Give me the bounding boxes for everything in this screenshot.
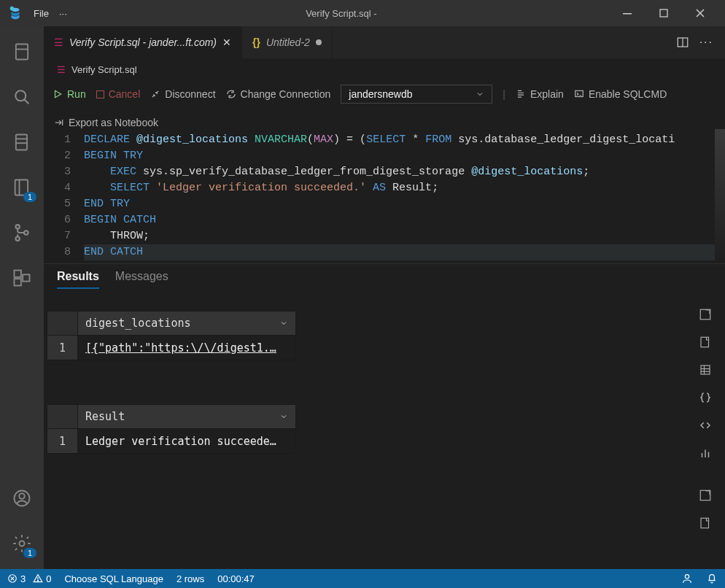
menu-file[interactable]: File bbox=[34, 8, 49, 19]
search-icon[interactable] bbox=[9, 85, 34, 109]
disconnect-label: Disconnect bbox=[165, 88, 215, 100]
explorer-badge: 1 bbox=[23, 192, 36, 202]
explorer-icon[interactable]: 1 bbox=[9, 175, 34, 200]
svg-point-6 bbox=[15, 90, 26, 101]
disconnect-button[interactable]: Disconnect bbox=[150, 88, 215, 100]
svg-point-18 bbox=[19, 493, 24, 498]
export-notebook-button[interactable]: Export as Notebook bbox=[54, 117, 158, 128]
tab-label: Untitled-2 bbox=[266, 36, 310, 48]
svg-point-41 bbox=[38, 580, 39, 581]
window-minimize-icon[interactable] bbox=[616, 1, 639, 25]
run-button[interactable]: Run bbox=[53, 88, 86, 100]
status-errors[interactable]: 3 0 bbox=[7, 573, 51, 584]
svg-rect-27 bbox=[701, 337, 709, 347]
row-number: 1 bbox=[47, 336, 78, 360]
window-title: Verify Script.sql - bbox=[67, 8, 616, 19]
app-logo-icon bbox=[7, 5, 23, 21]
query-action-bar: Run Cancel Disconnect Change Connection … bbox=[44, 80, 725, 128]
change-connection-button[interactable]: Change Connection bbox=[226, 88, 331, 100]
svg-rect-15 bbox=[15, 279, 21, 285]
editor-area: ☰ Verify Script.sql - jander...ft.com) ✕… bbox=[44, 26, 725, 569]
explain-button[interactable]: Explain bbox=[516, 88, 564, 100]
notebooks-icon[interactable] bbox=[9, 130, 34, 155]
chart-icon[interactable] bbox=[699, 446, 712, 460]
svg-rect-26 bbox=[700, 309, 710, 320]
settings-gear-icon[interactable]: 1 bbox=[9, 531, 34, 556]
chevron-down-icon[interactable] bbox=[279, 319, 288, 328]
results-tab[interactable]: Results bbox=[57, 270, 99, 289]
results-grid-2[interactable]: Result 1 Ledger verification succeede… bbox=[47, 404, 296, 454]
messages-tab[interactable]: Messages bbox=[115, 270, 168, 289]
tab-verify-script[interactable]: ☰ Verify Script.sql - jander...ft.com) ✕ bbox=[44, 26, 242, 58]
save-csv-icon[interactable] bbox=[699, 336, 712, 349]
svg-rect-28 bbox=[701, 365, 710, 374]
database-icon: ☰ bbox=[54, 36, 63, 48]
connection-name: jandersnewdb bbox=[349, 88, 412, 100]
tab-untitled-2[interactable]: {} Untitled-2 bbox=[242, 26, 333, 58]
run-label: Run bbox=[67, 88, 86, 100]
database-icon: ☰ bbox=[57, 64, 66, 75]
tab-dirty-icon bbox=[316, 39, 322, 45]
svg-point-19 bbox=[20, 541, 25, 546]
export-notebook-label: Export as Notebook bbox=[69, 117, 158, 128]
cell-value[interactable]: Ledger verification succeede… bbox=[78, 429, 295, 453]
column-header[interactable]: digest_locations bbox=[78, 312, 295, 335]
source-control-icon[interactable] bbox=[9, 220, 34, 245]
extensions-icon[interactable] bbox=[9, 266, 34, 290]
cancel-label: Cancel bbox=[109, 88, 141, 100]
split-editor-icon[interactable] bbox=[676, 36, 689, 49]
table-row[interactable]: 1 [{"path":"https:\/\/digest1.… bbox=[47, 336, 296, 360]
menu-more[interactable]: ··· bbox=[59, 8, 67, 19]
sql-editor[interactable]: 12345678 DECLARE @digest_locations NVARC… bbox=[44, 128, 725, 263]
minimap[interactable] bbox=[715, 129, 725, 263]
status-language[interactable]: Choose SQL Language bbox=[64, 573, 163, 584]
chevron-down-icon bbox=[476, 90, 484, 98]
cell-value[interactable]: [{"path":"https:\/\/digest1.… bbox=[78, 336, 295, 360]
breadcrumb[interactable]: ☰ Verify Script.sql bbox=[44, 58, 725, 80]
enable-sqlcmd-label: Enable SQLCMD bbox=[589, 88, 667, 100]
breadcrumb-label: Verify Script.sql bbox=[71, 64, 137, 75]
more-actions-icon[interactable]: ··· bbox=[699, 36, 713, 49]
column-header[interactable]: Result bbox=[78, 405, 295, 428]
column-header-label: Result bbox=[85, 410, 125, 423]
tab-label: Verify Script.sql - jander...ft.com) bbox=[69, 36, 217, 48]
settings-badge: 1 bbox=[23, 548, 36, 558]
results-grid-1[interactable]: digest_locations 1 [{"path":"https:\/\/d… bbox=[47, 311, 296, 360]
connection-select[interactable]: jandersnewdb bbox=[341, 85, 492, 104]
status-elapsed: 00:00:47 bbox=[217, 573, 255, 584]
status-errors-count: 3 bbox=[20, 573, 26, 584]
stop-icon bbox=[96, 90, 104, 98]
svg-point-11 bbox=[15, 225, 19, 228]
editor-code[interactable]: DECLARE @digest_locations NVARCHAR(MAX) … bbox=[84, 129, 725, 263]
window-close-icon[interactable] bbox=[689, 1, 712, 25]
row-number: 1 bbox=[47, 429, 78, 453]
save-excel-icon[interactable] bbox=[699, 363, 712, 376]
window-maximize-icon[interactable] bbox=[652, 1, 675, 25]
svg-point-12 bbox=[15, 236, 19, 240]
account-icon[interactable] bbox=[9, 486, 34, 511]
svg-point-1 bbox=[10, 7, 15, 11]
chevron-down-icon[interactable] bbox=[279, 412, 288, 421]
save-json-icon[interactable] bbox=[699, 391, 712, 404]
results-pane: Results Messages digest_locations bbox=[44, 263, 725, 569]
status-feedback-icon[interactable] bbox=[681, 573, 693, 584]
cancel-button[interactable]: Cancel bbox=[96, 88, 141, 100]
status-bell-icon[interactable] bbox=[706, 573, 718, 584]
servers-icon[interactable] bbox=[9, 39, 34, 64]
explain-label: Explain bbox=[530, 88, 564, 100]
title-bar: File ··· Verify Script.sql - bbox=[0, 0, 725, 26]
tab-close-icon[interactable]: ✕ bbox=[222, 36, 231, 48]
status-warnings-count: 0 bbox=[46, 573, 51, 584]
svg-point-13 bbox=[24, 231, 28, 234]
editor-tabs: ☰ Verify Script.sql - jander...ft.com) ✕… bbox=[44, 26, 725, 58]
save-csv-icon[interactable] bbox=[699, 517, 712, 530]
maximize-grid-icon[interactable] bbox=[699, 308, 712, 321]
table-row[interactable]: 1 Ledger verification succeede… bbox=[47, 429, 296, 454]
save-xml-icon[interactable] bbox=[699, 419, 712, 432]
status-bar: 3 0 Choose SQL Language 2 rows 00:00:47 bbox=[0, 569, 725, 588]
results-side-actions bbox=[691, 293, 719, 569]
change-connection-label: Change Connection bbox=[241, 88, 331, 100]
maximize-grid-icon[interactable] bbox=[699, 489, 712, 502]
enable-sqlcmd-button[interactable]: Enable SQLCMD bbox=[574, 88, 667, 100]
svg-point-42 bbox=[685, 575, 689, 579]
